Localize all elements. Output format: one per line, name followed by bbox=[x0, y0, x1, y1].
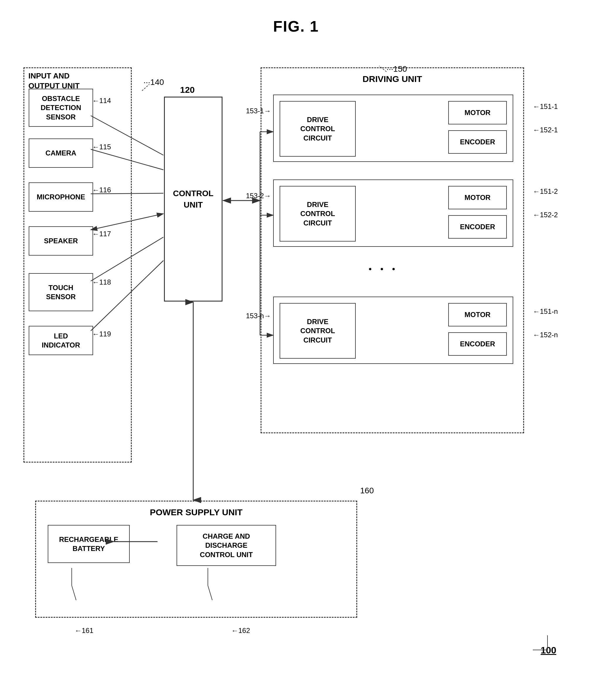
drive-row-1: DRIVECONTROLCIRCUIT MOTOR ENCODER bbox=[273, 95, 513, 162]
camera-component: CAMERA bbox=[29, 139, 93, 168]
ref-117: ←117 bbox=[92, 230, 111, 238]
obstacle-detection-sensor: OBSTACLEDETECTIONSENSOR bbox=[29, 89, 93, 127]
ref-153-2: 153-2→ bbox=[246, 192, 271, 200]
ref-116: ←116 bbox=[92, 186, 111, 194]
ref-100: 100 bbox=[541, 645, 556, 656]
ref-119: ←119 bbox=[92, 330, 111, 338]
power-supply-label: POWER SUPPLY UNIT bbox=[150, 507, 243, 517]
dots-indicator: ・・・ bbox=[364, 261, 399, 278]
ref-161: ←161 bbox=[75, 627, 93, 635]
encoder-2: ENCODER bbox=[448, 215, 507, 239]
ref-140: ···140 bbox=[143, 78, 164, 87]
input-output-unit: INPUT ANDOUTPUT UNIT OBSTACLEDETECTIONSE… bbox=[23, 67, 132, 462]
encoder-1: ENCODER bbox=[448, 130, 507, 154]
touch-sensor-component: TOUCHSENSOR bbox=[29, 273, 93, 311]
ref-152-n: ←152-n bbox=[533, 331, 558, 339]
driving-unit-label: DRIVING UNIT bbox=[362, 74, 422, 84]
ref-114: ←114 bbox=[92, 97, 111, 105]
ref-151-1: ←151-1 bbox=[533, 102, 558, 111]
drive-control-circuit-2: DRIVECONTROLCIRCUIT bbox=[280, 186, 356, 242]
ref-120: 120 bbox=[180, 85, 195, 95]
drive-control-circuit-1: DRIVECONTROLCIRCUIT bbox=[280, 101, 356, 157]
control-unit: CONTROLUNIT bbox=[164, 97, 223, 302]
motor-2: MOTOR bbox=[448, 186, 507, 209]
driving-unit: DRIVING UNIT DRIVECONTROLCIRCUIT MOTOR E… bbox=[260, 67, 524, 433]
ref-118: ←118 bbox=[92, 278, 111, 286]
ref-152-2: ←152-2 bbox=[533, 211, 558, 219]
input-output-unit-label: INPUT ANDOUTPUT UNIT bbox=[27, 71, 81, 91]
drive-control-circuit-n: DRIVECONTROLCIRCUIT bbox=[280, 303, 356, 359]
encoder-n: ENCODER bbox=[448, 332, 507, 356]
drive-row-2: DRIVECONTROLCIRCUIT MOTOR ENCODER bbox=[273, 180, 513, 247]
ref-151-n: ←151-n bbox=[533, 307, 558, 315]
rechargeable-battery: RECHARGEABLEBATTERY bbox=[48, 525, 130, 563]
ref-151-2: ←151-2 bbox=[533, 187, 558, 196]
ref-115: ←115 bbox=[92, 143, 111, 151]
ref-153-1: 153-1→ bbox=[246, 107, 271, 115]
speaker-component: SPEAKER bbox=[29, 226, 93, 256]
motor-n: MOTOR bbox=[448, 303, 507, 327]
ref-162: ←162 bbox=[231, 627, 250, 635]
motor-1: MOTOR bbox=[448, 101, 507, 124]
ref-152-1: ←152-1 bbox=[533, 126, 558, 134]
figure-title: FIG. 1 bbox=[0, 0, 592, 35]
drive-row-3: DRIVECONTROLCIRCUIT MOTOR ENCODER bbox=[273, 297, 513, 364]
ref-150: ···150 bbox=[387, 64, 407, 74]
power-supply-unit: POWER SUPPLY UNIT RECHARGEABLEBATTERY CH… bbox=[35, 501, 357, 618]
led-indicator-component: LEDINDICATOR bbox=[29, 326, 93, 355]
ref-153-n: 153-n→ bbox=[246, 312, 271, 320]
diagram-container: INPUT ANDOUTPUT UNIT OBSTACLEDETECTIONSE… bbox=[17, 38, 574, 682]
charge-discharge-control: CHARGE ANDDISCHARGECONTROL UNIT bbox=[177, 525, 276, 566]
ref-160: 160 bbox=[360, 486, 374, 495]
microphone-component: MICROPHONE bbox=[29, 183, 93, 212]
